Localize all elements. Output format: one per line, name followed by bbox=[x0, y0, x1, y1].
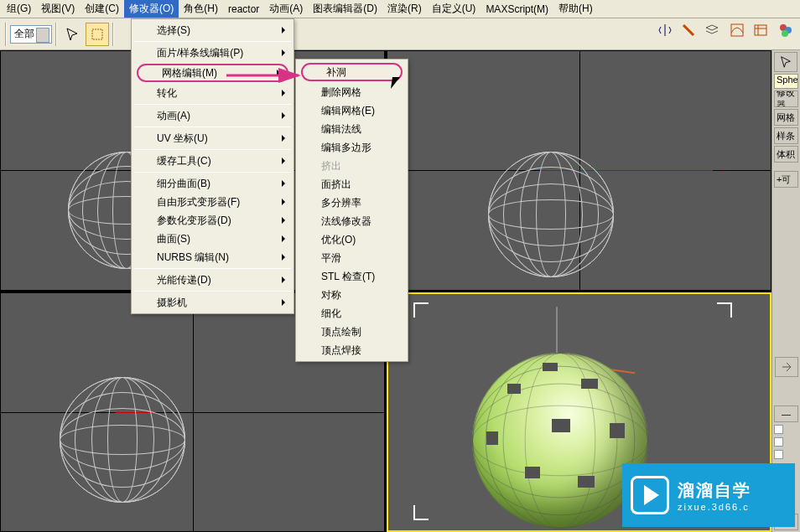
modmenu-cameras[interactable]: 摄影机 bbox=[133, 293, 292, 312]
submenu-smooth[interactable]: 平滑 bbox=[298, 249, 406, 267]
modmenu-ffd[interactable]: 自由形式变形器(F) bbox=[133, 193, 292, 211]
schematic-view-button[interactable] bbox=[750, 19, 771, 41]
curve-editor-button[interactable] bbox=[726, 19, 748, 41]
menu-graph-editors[interactable]: 图表编辑器(D) bbox=[308, 0, 382, 18]
select-arrow-icon[interactable] bbox=[774, 52, 797, 72]
modmenu-selection[interactable]: 选择(S) bbox=[133, 21, 292, 39]
menu-character[interactable]: 角色(H) bbox=[179, 0, 223, 18]
selection-filter-dropdown[interactable]: 全部 bbox=[10, 25, 52, 44]
play-icon bbox=[631, 476, 669, 514]
modmenu-patch-spline-edit[interactable]: 面片/样条线编辑(P) bbox=[133, 44, 292, 62]
mesh-editing-submenu: 补洞 删除网格 编辑网格(E) 编辑法线 编辑多边形 挤出 面挤出 多分辨率 法… bbox=[295, 59, 408, 362]
toolbar-handle[interactable] bbox=[5, 23, 7, 46]
svg-point-5 bbox=[782, 30, 788, 37]
modifier-list-dropdown[interactable]: 修改器 bbox=[774, 90, 798, 107]
rollout-separator: — bbox=[774, 405, 798, 422]
pin-stack-icon[interactable] bbox=[775, 357, 798, 377]
watermark-title: 溜溜自学 bbox=[678, 479, 751, 502]
submenu-symmetry[interactable]: 对称 bbox=[298, 286, 406, 304]
submenu-optimize[interactable]: 优化(O) bbox=[298, 230, 406, 249]
submenu-vertex-weld[interactable]: 顶点焊接 bbox=[298, 341, 406, 359]
menu-animation[interactable]: 动画(A) bbox=[264, 0, 308, 18]
checkbox-row-1[interactable] bbox=[774, 424, 798, 435]
modifiers-menu: 选择(S) 面片/样条线编辑(P) 网格编辑(M) 转化 动画(A) UV 坐标… bbox=[131, 18, 294, 314]
submenu-edit-normals[interactable]: 编辑法线 bbox=[298, 120, 406, 138]
mouse-cursor bbox=[392, 77, 402, 92]
material-editor-button[interactable] bbox=[775, 19, 797, 41]
panel-tab-mesh[interactable]: 网格 bbox=[774, 109, 798, 126]
annotation-arrow bbox=[225, 65, 309, 88]
submenu-face-extrude[interactable]: 面挤出 bbox=[298, 175, 406, 194]
modmenu-animation[interactable]: 动画(A) bbox=[133, 106, 292, 125]
menu-help[interactable]: 帮助(H) bbox=[553, 0, 598, 18]
select-by-name-button[interactable] bbox=[86, 23, 109, 46]
wireframe-sphere bbox=[488, 152, 614, 277]
panel-tab-volume[interactable]: 体积 bbox=[774, 146, 798, 163]
align-button[interactable] bbox=[678, 19, 699, 41]
submenu-tessellate[interactable]: 细化 bbox=[298, 304, 406, 323]
modmenu-surface[interactable]: 曲面(S) bbox=[133, 230, 292, 248]
modmenu-uv-coords[interactable]: UV 坐标(U) bbox=[133, 129, 292, 147]
mirror-button[interactable] bbox=[654, 19, 676, 41]
watermark-overlay: 溜溜自学 zixue.3d66.c bbox=[622, 463, 795, 527]
checkbox-row-3[interactable] bbox=[774, 449, 798, 460]
submenu-delete-mesh[interactable]: 删除网格 bbox=[298, 83, 406, 101]
watermark-url: zixue.3d66.c bbox=[678, 502, 751, 512]
rollout-header[interactable]: + 可 bbox=[774, 171, 798, 188]
submenu-vertex-paint[interactable]: 顶点绘制 bbox=[298, 323, 406, 341]
svg-rect-2 bbox=[755, 25, 766, 35]
submenu-edit-mesh[interactable]: 编辑网格(E) bbox=[298, 101, 406, 120]
menu-customize[interactable]: 自定义(U) bbox=[427, 0, 481, 18]
modmenu-cache-tools[interactable]: 缓存工具(C) bbox=[133, 152, 292, 170]
menu-maxscript[interactable]: MAXScript(M) bbox=[481, 2, 553, 17]
modmenu-parametric-deform[interactable]: 参数化变形器(D) bbox=[133, 211, 292, 230]
menu-bar: 组(G) 视图(V) 创建(C) 修改器(O) 角色(H) reactor 动画… bbox=[0, 0, 800, 18]
modmenu-subdivision[interactable]: 细分曲面(B) bbox=[133, 174, 292, 193]
svg-rect-0 bbox=[92, 29, 102, 39]
right-toolbar bbox=[654, 19, 797, 41]
menu-render[interactable]: 渲染(R) bbox=[382, 0, 427, 18]
layers-button[interactable] bbox=[701, 19, 723, 41]
panel-tab-spline[interactable]: 样条 bbox=[774, 127, 798, 144]
submenu-multires[interactable]: 多分辨率 bbox=[298, 194, 406, 212]
submenu-normal-modifier[interactable]: 法线修改器 bbox=[298, 212, 406, 230]
menu-view[interactable]: 视图(V) bbox=[36, 0, 80, 18]
checkbox-row-2[interactable] bbox=[774, 436, 798, 447]
viewport-front[interactable] bbox=[387, 50, 771, 291]
modmenu-nurbs-editing[interactable]: NURBS 编辑(N) bbox=[133, 248, 292, 266]
menu-reactor[interactable]: reactor bbox=[223, 2, 264, 17]
menu-modifiers[interactable]: 修改器(O) bbox=[124, 0, 179, 18]
menu-create[interactable]: 创建(C) bbox=[80, 0, 124, 18]
modmenu-radiosity[interactable]: 光能传递(D) bbox=[133, 271, 292, 289]
menu-group[interactable]: 组(G) bbox=[2, 0, 36, 18]
submenu-extrude: 挤出 bbox=[298, 157, 406, 175]
object-name-field[interactable]: Spher bbox=[774, 74, 798, 89]
submenu-edit-poly[interactable]: 编辑多边形 bbox=[298, 138, 406, 157]
submenu-stl-check[interactable]: STL 检查(T) bbox=[298, 267, 406, 286]
select-object-button[interactable] bbox=[60, 23, 84, 46]
submenu-cap-holes[interactable]: 补洞 bbox=[301, 63, 403, 81]
command-panel: Spher 修改器 网格 样条 体积 + 可 — ✓删 命名 bbox=[771, 50, 800, 532]
wireframe-sphere bbox=[60, 377, 185, 503]
